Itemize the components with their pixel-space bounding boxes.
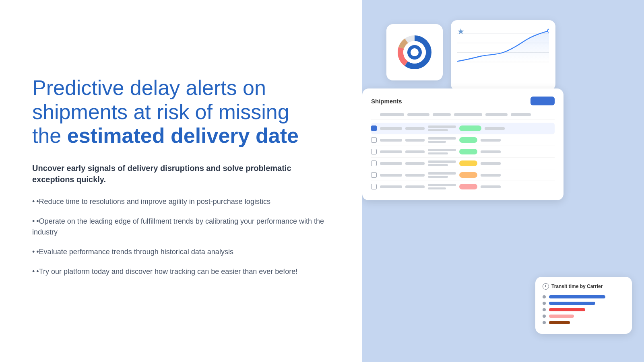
transit-bar — [549, 321, 570, 324]
transit-bar-row-4 — [543, 315, 625, 318]
line-chart — [457, 27, 549, 71]
cell-bar — [428, 176, 448, 178]
table-row[interactable] — [371, 123, 555, 134]
shipments-header: Shipments — [371, 97, 555, 105]
transit-dot — [543, 321, 546, 324]
cell-bar — [380, 174, 402, 177]
cell-bar — [481, 174, 501, 177]
transit-bar-row-3 — [543, 308, 625, 311]
row-checkbox[interactable] — [371, 149, 377, 154]
transit-bar-row-1 — [543, 295, 625, 298]
status-badge — [459, 125, 481, 131]
cell-bar — [405, 162, 425, 165]
transit-dot — [543, 308, 546, 311]
status-badge — [459, 184, 477, 189]
row-checkbox[interactable] — [371, 172, 377, 178]
bullet-item-1: •Reduce time to resolutions and improve … — [32, 196, 330, 207]
table-row[interactable] — [371, 134, 555, 146]
bullet-item-2: •Operate on the leading edge of fulfillm… — [32, 216, 330, 238]
col-header-2 — [407, 113, 429, 116]
cell-bar — [380, 185, 402, 188]
bullet-item-3: •Evaluate performance trends through his… — [32, 247, 330, 257]
cell-bar — [428, 160, 456, 163]
status-badge — [459, 160, 477, 166]
cell-bar — [485, 127, 505, 130]
transit-dot — [543, 315, 546, 318]
svg-point-6 — [411, 48, 419, 56]
row-checkbox[interactable] — [371, 125, 377, 131]
cell-bar — [428, 152, 448, 154]
cell-bar — [428, 137, 456, 140]
transit-bar-row-5 — [543, 321, 625, 324]
star-icon: ★ — [457, 27, 464, 36]
cell-bar — [481, 139, 501, 142]
cell-bar — [405, 185, 425, 188]
cell-bar — [428, 187, 446, 189]
cell-bar — [428, 149, 456, 151]
col-header-4 — [454, 113, 482, 116]
left-panel: Predictive delay alerts on shipments at … — [0, 0, 362, 362]
row-checkbox[interactable] — [371, 184, 377, 189]
line-chart-card: ★ — [451, 20, 555, 90]
row-checkbox[interactable] — [371, 160, 377, 166]
cell-bar — [428, 125, 456, 128]
transit-title: Transit time by Carrier — [551, 284, 603, 289]
cell-bar — [380, 150, 402, 153]
transit-time-card: Transit time by Carrier — [535, 277, 632, 334]
status-badge — [459, 137, 477, 143]
transit-bar — [549, 308, 585, 311]
shipments-card: Shipments — [362, 88, 564, 200]
transit-bar-row-2 — [543, 302, 625, 305]
transit-dot — [543, 302, 546, 305]
cell-bar — [380, 162, 402, 165]
col-header-3 — [433, 113, 451, 116]
cell-bar — [405, 139, 425, 142]
cell-bar — [380, 127, 402, 130]
cell-bar — [481, 162, 501, 165]
table-row[interactable] — [371, 146, 555, 158]
main-headline: Predictive delay alerts on shipments at … — [32, 76, 330, 148]
cell-bar — [405, 174, 425, 177]
table-header — [371, 110, 555, 119]
transit-header: Transit time by Carrier — [543, 283, 625, 290]
col-header-5 — [485, 113, 508, 116]
table-row[interactable] — [371, 181, 555, 192]
cell-bar — [380, 139, 402, 142]
transit-dot — [543, 295, 546, 298]
transit-bar — [549, 315, 574, 318]
transit-bar — [549, 295, 605, 298]
cell-bar — [481, 185, 501, 188]
headline-bold: estimated delivery date — [67, 124, 299, 147]
shipments-button[interactable] — [530, 97, 555, 105]
bullet-item-4: •Try our platform today and discover how… — [32, 266, 330, 277]
col-header-1 — [380, 113, 404, 116]
shipments-title: Shipments — [371, 98, 402, 105]
cell-bar — [428, 164, 448, 166]
cell-bar — [428, 184, 456, 186]
donut-chart — [394, 32, 435, 72]
table-row[interactable] — [371, 158, 555, 169]
status-badge — [459, 149, 477, 154]
cell-bar — [405, 127, 425, 130]
cell-bar — [428, 129, 448, 131]
bullet-list: •Reduce time to resolutions and improve … — [32, 196, 330, 286]
table-row[interactable] — [371, 169, 555, 181]
cell-bar — [405, 150, 425, 153]
row-checkbox[interactable] — [371, 137, 377, 143]
col-header-6 — [511, 113, 531, 116]
cell-bar — [481, 150, 501, 153]
donut-chart-card — [386, 24, 443, 80]
status-badge — [459, 172, 477, 178]
right-panel: ★ Shipments — [362, 0, 644, 362]
subheading: Uncover early signals of delivery disrup… — [32, 162, 330, 185]
cell-bar — [428, 141, 446, 143]
transit-bar — [549, 302, 595, 305]
cell-bar — [428, 172, 456, 175]
